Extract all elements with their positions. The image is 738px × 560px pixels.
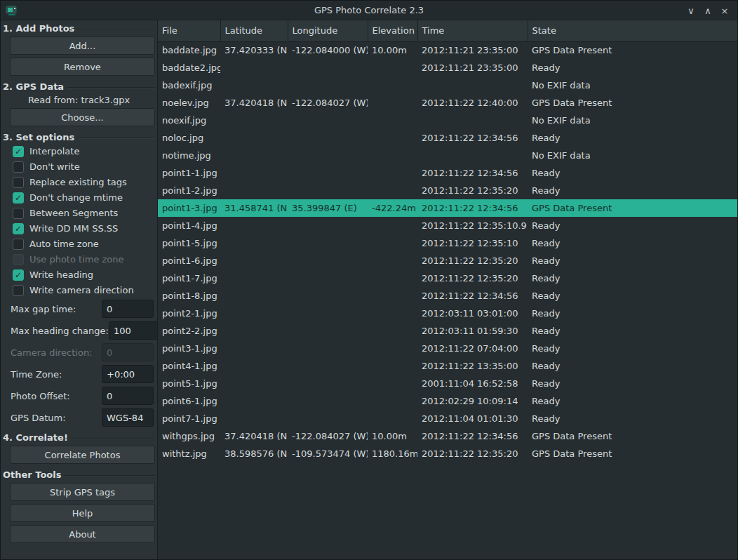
cell-state: Ready: [528, 129, 737, 147]
table-row[interactable]: point1-8.jpg2012:11:22 12:34:56Ready: [158, 287, 737, 305]
cell-time: 2012:11:22 07:04:00: [417, 340, 528, 357]
minimize-button[interactable]: ∨: [683, 6, 699, 16]
table-row[interactable]: withgps.jpg37.420418 (N)-122.084027 (W)1…: [158, 427, 737, 445]
cell-longitude: [288, 112, 368, 129]
table-row[interactable]: point1-2.jpg2012:11:22 12:35:20Ready: [158, 182, 737, 199]
column-header-state[interactable]: State: [528, 20, 737, 41]
cell-file: point4-1.jpg: [158, 357, 220, 375]
field-label: Max heading change:: [11, 326, 109, 336]
cell-elevation: [368, 129, 417, 147]
options-checkbox-list: ✓InterpolateDon't writeReplace existing …: [3, 145, 155, 296]
table-row[interactable]: point4-1.jpg2012:11:22 13:35:00Ready: [158, 357, 737, 375]
cell-state: GPS Data Present: [528, 94, 737, 112]
table-row[interactable]: notime.jpgNo EXIF data: [158, 147, 737, 164]
cell-elevation: [368, 217, 417, 234]
strip-gps-tags-button[interactable]: Strip GPS tags: [10, 483, 155, 501]
column-header-latitude[interactable]: Latitude: [220, 20, 288, 41]
table-row[interactable]: noloc.jpg2012:11:22 12:34:56Ready: [158, 129, 737, 147]
window-content: 1. Add Photos Add... Remove 2. GPS Data …: [1, 20, 737, 559]
table-row[interactable]: point3-1.jpg2012:11:22 07:04:00Ready: [158, 340, 737, 357]
cell-elevation: [368, 392, 417, 410]
cell-time: 2001:11:04 16:52:58: [417, 375, 528, 392]
checkbox-interpolate[interactable]: ✓Interpolate: [13, 145, 155, 157]
checkbox-replace-existing-tags[interactable]: Replace existing tags: [13, 176, 155, 188]
cell-elevation: [368, 76, 417, 94]
section-gps-data: 2. GPS Data: [3, 81, 155, 92]
field-label: GPS Datum:: [11, 413, 66, 423]
remove-button[interactable]: Remove: [10, 58, 155, 76]
table-row[interactable]: point1-4.jpg2012:11:22 12:35:10.91Ready: [158, 217, 737, 234]
cell-longitude: [288, 164, 368, 182]
table-row[interactable]: noexif.jpgNo EXIF data: [158, 112, 737, 129]
table-row[interactable]: point2-2.jpg2012:03:11 01:59:30Ready: [158, 322, 737, 340]
table-row[interactable]: point7-1.jpg2012:11:04 01:01:30Ready: [158, 410, 737, 427]
cell-latitude: [220, 269, 288, 287]
checkbox-box: [13, 208, 24, 219]
table-row[interactable]: point2-1.jpg2012:03:11 03:01:00Ready: [158, 305, 737, 322]
column-header-time[interactable]: Time: [417, 20, 528, 41]
table-row[interactable]: noelev.jpg37.420418 (N)-122.084027 (W)20…: [158, 94, 737, 112]
maximize-button[interactable]: ∧: [699, 6, 716, 16]
cell-time: 2012:11:22 13:35:00: [417, 357, 528, 375]
cell-state: Ready: [528, 252, 737, 269]
cell-longitude: 35.399847 (E): [288, 199, 368, 217]
checkbox-write-camera-direction[interactable]: Write camera direction: [13, 284, 155, 296]
cell-file: baddate2.jpg: [158, 59, 220, 76]
photo-offset-input[interactable]: [102, 387, 154, 405]
table-row[interactable]: badexif.jpgNo EXIF data: [158, 76, 737, 94]
cell-file: point1-7.jpg: [158, 269, 220, 287]
table-row[interactable]: point1-1.jpg2012:11:22 12:34:56Ready: [158, 164, 737, 182]
field-label: Max gap time:: [11, 304, 76, 314]
table-row[interactable]: baddate.jpg37.420333 (N)-122.084000 (W)1…: [158, 41, 737, 59]
cell-state: Ready: [528, 340, 737, 357]
table-row[interactable]: point1-5.jpg2012:11:22 12:35:10Ready: [158, 234, 737, 252]
checkbox-label: Auto time zone: [29, 239, 99, 249]
checkbox-write-dd-mm-ss-ss[interactable]: ✓Write DD MM SS.SS: [13, 222, 155, 234]
checkbox-box: ✓: [13, 192, 24, 204]
cell-state: Ready: [528, 392, 737, 410]
cell-time: 2012:11:22 12:34:56: [417, 129, 528, 147]
time-zone-input[interactable]: [102, 365, 154, 383]
cell-file: point1-4.jpg: [158, 217, 220, 234]
checkbox-label: Write camera direction: [29, 285, 134, 295]
help-button[interactable]: Help: [10, 504, 155, 522]
close-button[interactable]: ×: [716, 6, 733, 16]
table-row[interactable]: point1-3.jpg31.458741 (N)35.399847 (E)-4…: [158, 199, 737, 217]
add-button[interactable]: Add...: [10, 36, 155, 55]
section-title-gps-data: 2. GPS Data: [3, 81, 67, 92]
max-heading-change-input[interactable]: [109, 321, 158, 340]
cell-longitude: [288, 76, 368, 94]
cell-latitude: [220, 287, 288, 305]
cell-time: 2012:11:22 12:40:00: [417, 94, 528, 112]
correlate-photos-button[interactable]: Correlate Photos: [10, 446, 155, 464]
cell-file: point1-8.jpg: [158, 287, 220, 305]
checkbox-label: Write DD MM SS.SS: [29, 223, 118, 234]
column-header-elevation[interactable]: Elevation: [368, 20, 417, 41]
table-row[interactable]: baddate2.jpg2012:11:21 23:35:00Ready: [158, 59, 737, 76]
about-button[interactable]: About: [10, 525, 155, 543]
checkbox-auto-time-zone[interactable]: Auto time zone: [13, 238, 155, 250]
cell-state: Ready: [528, 322, 737, 340]
table-row[interactable]: withtz.jpg38.598576 (N)-109.573474 (W)11…: [158, 445, 737, 462]
table-row[interactable]: point5-1.jpg2001:11:04 16:52:58Ready: [158, 375, 737, 392]
checkbox-between-segments[interactable]: Between Segments: [13, 207, 155, 219]
cell-elevation: [368, 182, 417, 199]
checkbox-write-heading[interactable]: ✓Write heading: [13, 269, 155, 281]
checkbox-box: ✓: [13, 269, 24, 281]
cell-time: 2012:11:22 12:34:56: [417, 164, 528, 182]
checkbox-don-t-write[interactable]: Don't write: [13, 161, 155, 173]
section-rule: [67, 87, 155, 88]
gps-datum-input[interactable]: [102, 408, 154, 427]
choose-gpx-button[interactable]: Choose...: [10, 108, 155, 126]
max-gap-time-input[interactable]: [102, 300, 154, 318]
titlebar[interactable]: GPS Photo Correlate 2.3 ∨ ∧ ×: [1, 1, 737, 20]
column-header-file[interactable]: File: [158, 20, 220, 41]
checkbox-label: Between Segments: [29, 208, 118, 218]
table-row[interactable]: point6-1.jpg2012:02:29 10:09:14Ready: [158, 392, 737, 410]
column-header-longitude[interactable]: Longitude: [288, 20, 368, 41]
cell-longitude: [288, 129, 368, 147]
table-row[interactable]: point1-6.jpg2012:11:22 12:35:20Ready: [158, 252, 737, 269]
checkbox-don-t-change-mtime[interactable]: ✓Don't change mtime: [13, 192, 155, 204]
table-row[interactable]: point1-7.jpg2012:11:22 12:35:20Ready: [158, 269, 737, 287]
cell-state: GPS Data Present: [528, 427, 737, 445]
